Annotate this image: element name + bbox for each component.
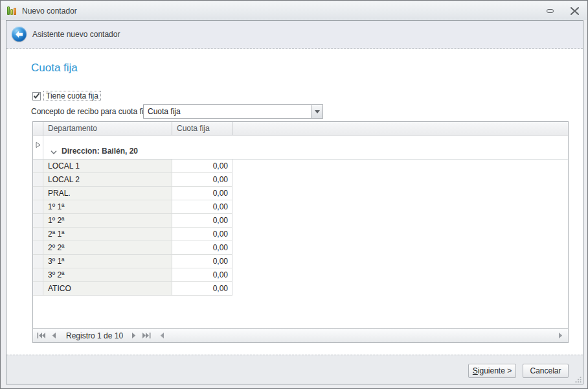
dialog-window: Nuevo contador Asistente nuevo contador	[0, 0, 588, 389]
combobox-dropdown-button[interactable]	[311, 105, 322, 118]
cancelar-button-label: Cancelar	[523, 364, 568, 377]
close-button[interactable]	[569, 5, 580, 17]
row-indicator-cell	[33, 159, 43, 173]
previous-record-button[interactable]	[49, 329, 58, 342]
grid-rows: LOCAL 1 0,00 LOCAL 2 0,00 PRAL.	[33, 159, 568, 296]
row-filler	[232, 187, 568, 200]
group-caption: Direccion: Bailén, 20	[62, 147, 138, 156]
column-header-departamento[interactable]: Departamento	[43, 122, 172, 135]
arrow-right-icon	[36, 142, 41, 148]
cuota-fija-cell[interactable]: 0,00	[172, 282, 232, 296]
last-record-button[interactable]	[140, 329, 153, 342]
concepto-combobox[interactable]: Cuota fija	[143, 104, 323, 119]
table-row[interactable]: 2º 2ª 0,00	[33, 241, 568, 255]
table-row[interactable]: 1º 1ª 0,00	[33, 200, 568, 214]
previous-record-icon	[52, 333, 56, 338]
cuota-fija-cell[interactable]: 0,00	[172, 268, 232, 282]
table-row[interactable]: ATICO 0,00	[33, 282, 568, 296]
row-indicator-cell	[33, 255, 43, 268]
arrow-left-icon	[15, 30, 23, 38]
group-row[interactable]: Direccion: Bailén, 20	[33, 136, 568, 159]
departamento-cell[interactable]: PRAL.	[43, 187, 172, 200]
bar-chart-icon	[7, 6, 17, 16]
cuota-fija-cell[interactable]: 0,00	[172, 241, 232, 255]
minimize-button[interactable]	[544, 5, 556, 17]
tiene-cuota-label[interactable]: Tiene cuota fija	[43, 91, 101, 101]
row-filler	[232, 255, 568, 268]
checkmark-icon	[33, 93, 40, 99]
record-navigator-label: Registro 1 de 10	[66, 331, 123, 340]
departamento-cell[interactable]: 3º 1ª	[43, 255, 172, 268]
last-record-icon	[142, 333, 151, 338]
row-indicator-cell	[33, 187, 43, 200]
scroll-left-icon	[160, 333, 164, 338]
window-title: Nuevo contador	[22, 6, 77, 16]
table-row[interactable]: 1º 2ª 0,00	[33, 214, 568, 228]
row-indicator-cell	[33, 173, 43, 187]
departamento-cell[interactable]: 1º 1ª	[43, 200, 172, 214]
table-row[interactable]: LOCAL 2 0,00	[33, 173, 568, 187]
back-button[interactable]	[12, 27, 27, 41]
resize-grip-icon[interactable]	[575, 376, 582, 383]
page-title: Cuota fija	[31, 62, 78, 75]
first-record-icon	[37, 333, 45, 338]
row-filler	[232, 214, 568, 228]
departamento-cell[interactable]: 3º 2ª	[43, 268, 172, 282]
departamento-cell[interactable]: ATICO	[43, 282, 172, 296]
row-indicator-cell	[33, 268, 43, 282]
table-row[interactable]: 3º 2ª 0,00	[33, 268, 568, 282]
chevron-down-icon[interactable]	[51, 150, 57, 154]
siguiente-button[interactable]: Siguiente >	[468, 364, 516, 378]
departamento-cell[interactable]: 1º 2ª	[43, 214, 172, 228]
column-header-cuota-fija[interactable]: Cuota fija	[172, 122, 232, 135]
row-filler	[232, 159, 568, 173]
row-indicator-cell	[33, 136, 43, 159]
table-row[interactable]: 3º 1ª 0,00	[33, 255, 568, 268]
wizard-title: Asistente nuevo contador	[32, 21, 120, 49]
table-row[interactable]: LOCAL 1 0,00	[33, 159, 568, 173]
wizard-panel: Asistente nuevo contador Cuota fija Tien…	[6, 20, 583, 384]
grid-header-row: Departamento Cuota fija	[33, 122, 568, 136]
row-indicator-cell	[33, 214, 43, 228]
cuota-fija-cell[interactable]: 0,00	[172, 187, 232, 200]
next-record-button[interactable]	[130, 329, 139, 342]
indicator-column-header	[33, 122, 43, 135]
row-indicator-cell	[33, 241, 43, 255]
chevron-down-icon	[315, 110, 320, 113]
row-filler	[232, 268, 568, 282]
horizontal-scrollbar[interactable]	[157, 329, 568, 342]
minimize-icon	[547, 9, 554, 13]
departamento-cell[interactable]: 2ª 1ª	[43, 228, 172, 241]
column-header-filler	[232, 122, 568, 135]
cuota-fija-cell[interactable]: 0,00	[172, 214, 232, 228]
cuota-fija-cell[interactable]: 0,00	[172, 200, 232, 214]
row-indicator-cell	[33, 282, 43, 296]
scroll-right-icon	[559, 333, 563, 338]
siguiente-button-label: Siguiente >	[469, 364, 515, 377]
close-icon	[571, 7, 579, 15]
titlebar: Nuevo contador	[1, 1, 587, 20]
row-filler	[232, 228, 568, 241]
first-record-button[interactable]	[34, 329, 48, 342]
cuota-fija-cell[interactable]: 0,00	[172, 173, 232, 187]
scroll-right-button[interactable]	[556, 329, 565, 342]
combobox-value: Cuota fija	[148, 105, 181, 118]
table-row[interactable]: PRAL. 0,00	[33, 187, 568, 200]
row-indicator-cell	[33, 200, 43, 214]
scroll-left-button[interactable]	[157, 329, 166, 342]
row-filler	[232, 173, 568, 187]
departamento-cell[interactable]: LOCAL 1	[43, 159, 172, 173]
table-row[interactable]: 2ª 1ª 0,00	[33, 228, 568, 241]
tiene-cuota-checkbox[interactable]	[32, 92, 41, 100]
departamento-cell[interactable]: LOCAL 2	[43, 173, 172, 187]
cuota-fija-cell[interactable]: 0,00	[172, 159, 232, 173]
concepto-label: Concepto de recibo para cuota fija	[31, 104, 150, 119]
departamento-cell[interactable]: 2º 2ª	[43, 241, 172, 255]
next-record-icon	[132, 333, 136, 338]
cuota-fija-cell[interactable]: 0,00	[172, 228, 232, 241]
row-indicator-cell	[33, 228, 43, 241]
cancelar-button[interactable]: Cancelar	[523, 364, 569, 378]
dialog-footer: Siguiente > Cancelar	[6, 355, 583, 384]
row-filler	[232, 241, 568, 255]
cuota-fija-cell[interactable]: 0,00	[172, 255, 232, 268]
